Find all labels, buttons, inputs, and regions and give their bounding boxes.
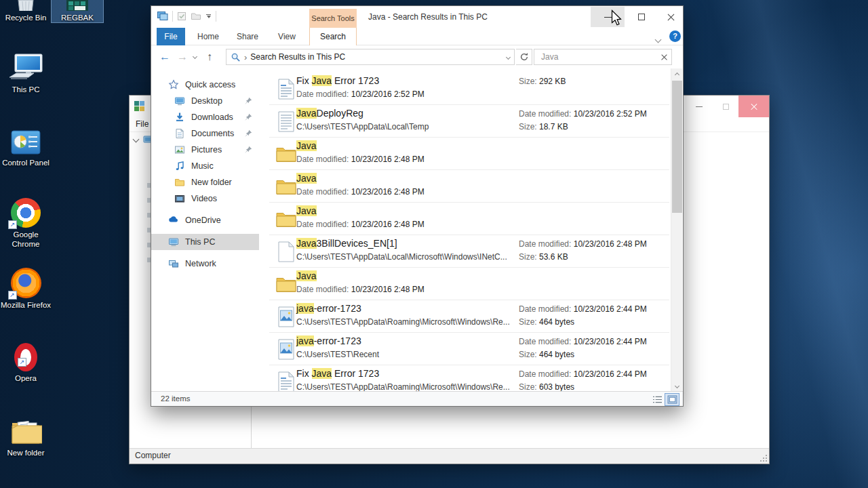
sidebar-item-onedrive[interactable]: OneDrive: [151, 212, 259, 228]
regedit-maximize-button[interactable]: [713, 96, 738, 117]
desktop-icon-label: This PC: [0, 85, 52, 94]
sidebar-item-downloads[interactable]: Downloads: [151, 109, 259, 125]
shortcut-arrow-icon: ↗: [8, 291, 17, 300]
recent-locations-icon[interactable]: [193, 54, 197, 59]
desktop-icon-recycle-bin[interactable]: Recycle Bin: [0, 0, 52, 22]
properties-qat-icon[interactable]: [176, 11, 187, 22]
regedit-close-button[interactable]: [738, 96, 769, 117]
recycle-bin-icon: [0, 0, 52, 11]
tab-search[interactable]: Search: [309, 28, 357, 45]
search-input[interactable]: [541, 52, 661, 62]
file-row[interactable]: JavaDate modified: 10/23/2016 2:48 PM: [260, 268, 672, 300]
file-list: Fix Java Error 1723Date modified: 10/23/…: [260, 68, 672, 391]
regedit-minimize-button[interactable]: [686, 96, 712, 117]
file-row[interactable]: Fix Java Error 1723C:\Users\TEST\AppData…: [260, 365, 672, 391]
close-button[interactable]: [658, 7, 684, 27]
vertical-scrollbar[interactable]: [671, 68, 682, 392]
desktop-icon-mozilla-firefox[interactable]: ↗Mozilla Firefox: [0, 267, 52, 310]
file-name: Java: [296, 173, 317, 184]
folder-icon: [276, 272, 296, 296]
back-button[interactable]: ←: [159, 49, 170, 64]
desktop-icon-label: REGBAK: [52, 13, 103, 22]
sidebar-item-desktop[interactable]: Desktop: [151, 93, 259, 109]
thumbnail-view-icon: [667, 395, 677, 404]
tree-expander-icon[interactable]: [133, 136, 140, 143]
address-dropdown-icon[interactable]: [506, 54, 511, 59]
pin-icon[interactable]: [244, 146, 252, 154]
tab-file[interactable]: File: [157, 28, 185, 45]
file-date-modified: Date modified: 10/23/2016 2:48 PM: [296, 155, 425, 164]
address-box[interactable]: › Search Results in This PC: [226, 49, 515, 65]
sidebar-item-videos[interactable]: Videos: [151, 190, 259, 207]
sidebar-item-new-folder[interactable]: New folder: [151, 174, 259, 190]
network-icon: [168, 258, 179, 269]
opera-icon: ↗: [0, 340, 52, 371]
search-term-highlight: Java: [296, 238, 317, 249]
file-row[interactable]: JavaDate modified: 10/23/2016 2:48 PM: [260, 138, 672, 170]
file-explorer-window[interactable]: Search Tools Java - Search Results in Th…: [151, 5, 684, 407]
sidebar-item-quick-access[interactable]: Quick access: [151, 77, 259, 93]
file-row[interactable]: java-error-1723C:\Users\TEST\RecentDate …: [260, 333, 672, 365]
file-row[interactable]: JavaDate modified: 10/23/2016 2:48 PM: [260, 170, 672, 203]
file-row[interactable]: java-error-1723C:\Users\TEST\AppData\Roa…: [260, 300, 672, 333]
file-name: Java: [296, 140, 317, 151]
desktop-icon-opera[interactable]: ↗Opera: [0, 340, 52, 383]
desktop-icon-regbak[interactable]: REGBAK: [52, 0, 103, 22]
desktop-icon-control-panel[interactable]: Control Panel: [0, 125, 52, 167]
google-chrome-icon: ↗: [0, 197, 52, 228]
desktop-icon-label: New folder: [0, 448, 52, 458]
search-term-highlight: Java: [296, 108, 317, 119]
folder-icon: [276, 207, 296, 230]
resize-grip[interactable]: [760, 454, 768, 462]
maximize-button[interactable]: [626, 7, 657, 27]
sidebar-item-label: Documents: [191, 129, 234, 138]
thumbnail-view-button[interactable]: [665, 394, 679, 405]
search-term-highlight: java: [296, 336, 314, 346]
help-button[interactable]: ?: [669, 30, 681, 42]
tab-share[interactable]: Share: [231, 28, 264, 45]
file-name: java-error-1723: [296, 336, 361, 346]
customize-qat-icon[interactable]: [205, 13, 212, 20]
new-folder-qat-icon[interactable]: [191, 11, 201, 22]
sidebar-item-label: This PC: [185, 237, 215, 247]
file-row[interactable]: Java3BillDevices_EN[1]C:\Users\TEST\AppD…: [260, 235, 672, 268]
up-button[interactable]: ↑: [207, 49, 212, 64]
file-name: Fix Java Error 1723: [296, 368, 379, 379]
breadcrumb[interactable]: Search Results in This PC: [250, 52, 503, 62]
desktop-icon: [174, 96, 185, 106]
ribbon-tab-row: ? FileHomeShareViewSearch: [151, 28, 683, 45]
desktop-icon-this-pc[interactable]: This PC: [0, 52, 52, 94]
file-details-column: Date modified: 10/23/2016 2:44 PMSize: 4…: [519, 333, 672, 365]
onedrive-icon: [168, 215, 179, 226]
sidebar-item-network[interactable]: Network: [151, 256, 259, 272]
file-row[interactable]: JavaDeployRegC:\Users\TEST\AppData\Local…: [260, 105, 672, 138]
regedit-file-menu-label: File: [136, 119, 149, 129]
tab-view[interactable]: View: [271, 28, 303, 45]
sidebar-item-this-pc[interactable]: This PC: [151, 234, 259, 250]
doc-text-icon: [276, 77, 296, 100]
refresh-button[interactable]: [516, 49, 532, 65]
file-row[interactable]: Fix Java Error 1723Date modified: 10/23/…: [260, 73, 672, 105]
pin-icon[interactable]: [244, 97, 252, 105]
file-name: Fix Java Error 1723: [296, 75, 379, 86]
clear-search-icon[interactable]: [661, 54, 667, 60]
pin-icon[interactable]: [244, 113, 252, 121]
desktop: Recycle BinREGBAKThis PCControl Panel↗Go…: [0, 0, 868, 488]
scrollbar-thumb[interactable]: [672, 81, 682, 213]
scroll-up-icon[interactable]: [671, 68, 683, 79]
pin-icon[interactable]: [244, 129, 252, 138]
tab-home[interactable]: Home: [192, 28, 224, 45]
file-row[interactable]: JavaDate modified: 10/23/2016 2:48 PM: [260, 203, 672, 235]
explorer-titlebar: Search Tools Java - Search Results in Th…: [151, 6, 683, 28]
sidebar-item-music[interactable]: Music: [151, 158, 259, 174]
sidebar-item-documents[interactable]: Documents: [151, 125, 259, 142]
star-icon: [168, 79, 179, 90]
forward-button[interactable]: →: [177, 49, 188, 64]
sidebar-item-pictures[interactable]: Pictures: [151, 142, 259, 158]
desktop-icon-new-folder[interactable]: New folder: [0, 415, 52, 458]
search-box[interactable]: [534, 49, 672, 65]
expand-ribbon-icon[interactable]: [655, 37, 662, 43]
details-view-button[interactable]: [650, 394, 664, 405]
image-icon: [276, 305, 296, 328]
desktop-icon-google-chrome[interactable]: ↗Google Chrome: [0, 197, 52, 249]
